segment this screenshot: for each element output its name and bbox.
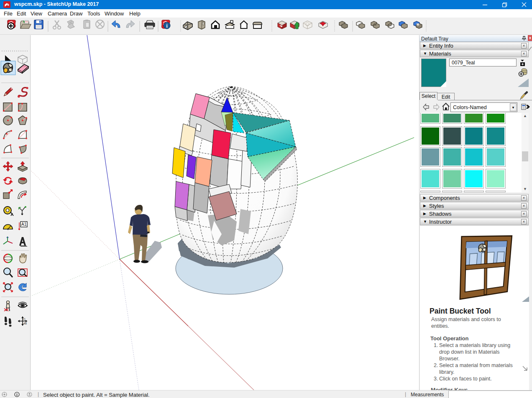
svg-text:A1: A1 bbox=[21, 222, 27, 227]
svg-text:i: i bbox=[166, 23, 168, 29]
svg-text:C: C bbox=[23, 318, 26, 321]
svg-text:48: 48 bbox=[23, 322, 27, 325]
